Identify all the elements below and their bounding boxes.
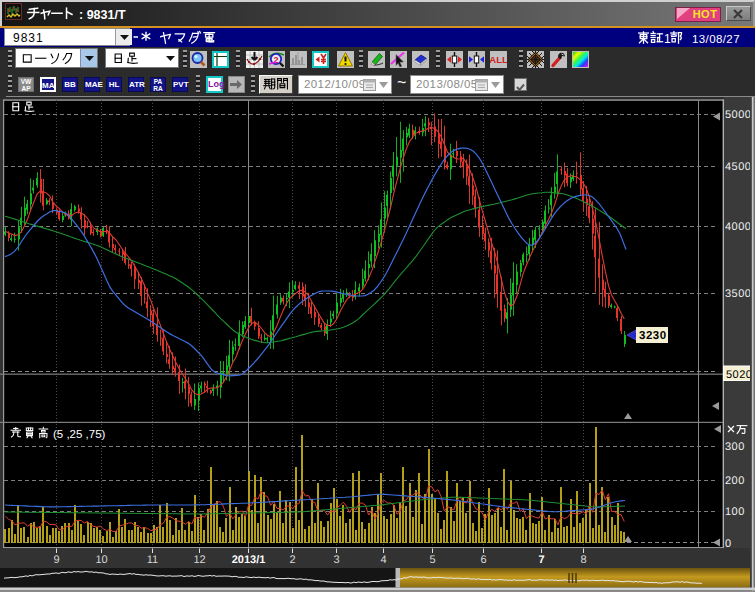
svg-text:(5 ,25 ,75): (5 ,25 ,75) [53, 428, 106, 440]
svg-text:5000: 5000 [725, 109, 751, 121]
svg-text:7: 7 [538, 554, 544, 566]
svg-text:9: 9 [53, 554, 59, 566]
svg-text:: 9831/T: : 9831/T [79, 8, 126, 22]
svg-text:2: 2 [289, 554, 295, 566]
svg-text:100: 100 [725, 506, 745, 518]
svg-text:1: 1 [664, 32, 671, 46]
svg-text:5020: 5020 [726, 369, 752, 381]
svg-text:6: 6 [480, 554, 486, 566]
svg-text:4500: 4500 [725, 161, 751, 173]
svg-text:300: 300 [725, 441, 745, 453]
svg-text:2013/1: 2013/1 [232, 554, 266, 566]
svg-text:4000: 4000 [725, 221, 751, 233]
svg-text:10: 10 [95, 554, 107, 566]
svg-text:5: 5 [429, 554, 435, 566]
svg-text:12: 12 [193, 554, 205, 566]
svg-text:3500: 3500 [725, 288, 751, 300]
svg-text:13/08/27: 13/08/27 [692, 33, 740, 45]
svg-text:4: 4 [380, 554, 386, 566]
svg-text:8: 8 [580, 554, 586, 566]
svg-text:3230: 3230 [639, 330, 667, 342]
svg-text:3: 3 [333, 554, 339, 566]
svg-text:0: 0 [725, 538, 732, 550]
svg-text:ALL: ALL [490, 54, 507, 65]
svg-text:11: 11 [147, 554, 158, 566]
svg-text:200: 200 [725, 475, 745, 487]
